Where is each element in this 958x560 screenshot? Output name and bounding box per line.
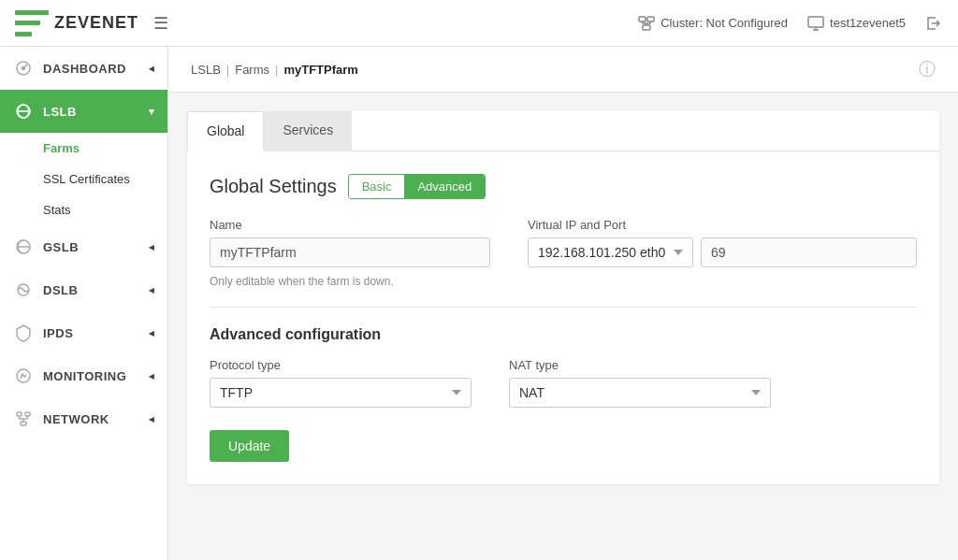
sidebar-sub-lslb: Farms SSL Certificates Stats xyxy=(0,133,167,225)
vip-label: Virtual IP and Port xyxy=(528,218,917,232)
advanced-config-title: Advanced configuration xyxy=(210,326,917,343)
breadcrumb: LSLB | Farms | myTFTPfarm xyxy=(191,63,358,77)
cluster-label: Cluster: Not Configured xyxy=(660,16,788,30)
form-row-name-vip: Name Only editable when the farm is down… xyxy=(210,218,917,288)
user-info: test1zevenet5 xyxy=(806,14,906,33)
protocol-label: Protocol type xyxy=(210,358,472,372)
topbar: ZEVENET ☰ Cluster: Not Configured test1z… xyxy=(0,0,958,47)
advanced-row: Protocol type TFTP UDP TCP NAT type NAT xyxy=(210,358,917,408)
sidebar-item-dashboard[interactable]: DASHBOARD ◂ xyxy=(0,47,167,90)
sidebar-label-lslb: LSLB xyxy=(43,105,77,119)
breadcrumb-current: myTFTPfarm xyxy=(283,63,357,77)
sidebar-item-gslb[interactable]: GSLB ◂ xyxy=(0,225,167,268)
sidebar-sub-stats[interactable]: Stats xyxy=(0,194,167,225)
section-title-text: Global Settings xyxy=(210,176,337,197)
tabs: Global Services xyxy=(187,111,939,151)
svg-rect-20 xyxy=(21,422,26,425)
tab-services[interactable]: Services xyxy=(264,111,352,151)
mode-tab-advanced[interactable]: Advanced xyxy=(404,175,485,198)
sidebar-item-network[interactable]: NETWORK ◂ xyxy=(0,397,167,440)
cluster-status: Cluster: Not Configured xyxy=(637,14,788,33)
chevron-gslb: ◂ xyxy=(149,241,155,253)
vip-row: 192.168.101.250 eth0 192.168.101.251 eth… xyxy=(528,237,917,267)
chevron-monitoring: ◂ xyxy=(149,370,155,382)
user-label: test1zevenet5 xyxy=(830,16,906,30)
dashboard-icon xyxy=(13,58,34,79)
dslb-icon xyxy=(13,280,34,300)
sidebar-label-dslb: DSLB xyxy=(43,283,78,297)
vip-select[interactable]: 192.168.101.250 eth0 192.168.101.251 eth… xyxy=(528,237,693,267)
lslb-icon xyxy=(13,101,34,122)
info-icon[interactable]: ⓘ xyxy=(919,58,936,80)
name-group: Name Only editable when the farm is down… xyxy=(210,218,490,288)
topbar-left: ZEVENET ☰ xyxy=(15,10,168,36)
logo: ZEVENET xyxy=(15,10,138,36)
protocol-group: Protocol type TFTP UDP TCP xyxy=(210,358,472,408)
logo-text: ZEVENET xyxy=(54,13,138,33)
svg-rect-7 xyxy=(808,17,823,27)
sidebar-label-network: NETWORK xyxy=(43,412,109,426)
breadcrumb-sep-2: | xyxy=(275,63,278,77)
sidebar: DASHBOARD ◂ LSLB ▾ Farms SSL Certificate… xyxy=(0,47,168,560)
chevron-dashboard: ◂ xyxy=(149,63,155,75)
sidebar-item-lslb[interactable]: LSLB ▾ xyxy=(0,90,167,133)
tab-global[interactable]: Global xyxy=(187,111,264,151)
sidebar-item-ipds[interactable]: IPDS ◂ xyxy=(0,311,167,354)
protocol-select[interactable]: TFTP UDP TCP xyxy=(210,378,472,408)
svg-rect-2 xyxy=(643,25,650,30)
sidebar-label-gslb: GSLB xyxy=(43,240,79,254)
chevron-network: ◂ xyxy=(149,413,155,425)
network-icon xyxy=(13,409,34,429)
vip-group: Virtual IP and Port 192.168.101.250 eth0… xyxy=(528,218,917,288)
sidebar-item-dslb[interactable]: DSLB ◂ xyxy=(0,268,167,311)
nat-select[interactable]: NAT DNAT xyxy=(509,378,771,408)
cluster-icon xyxy=(637,14,656,33)
logo-bar-3 xyxy=(15,32,32,36)
breadcrumb-bar: LSLB | Farms | myTFTPfarm ⓘ xyxy=(168,47,958,93)
svg-point-11 xyxy=(22,67,25,70)
breadcrumb-farms[interactable]: Farms xyxy=(235,63,269,77)
name-label: Name xyxy=(210,218,490,232)
section-divider xyxy=(210,307,917,308)
chevron-dslb: ◂ xyxy=(149,284,155,296)
chevron-lslb: ▾ xyxy=(149,106,155,118)
mode-tab-basic[interactable]: Basic xyxy=(349,175,405,198)
ipds-icon xyxy=(13,323,34,343)
sidebar-item-monitoring[interactable]: MONITORING ◂ xyxy=(0,354,167,397)
svg-rect-0 xyxy=(639,17,646,22)
hamburger-button[interactable]: ☰ xyxy=(153,13,168,34)
name-input[interactable] xyxy=(210,237,490,267)
chevron-ipds: ◂ xyxy=(149,327,155,339)
main-card: Global Services Global Settings Basic Ad… xyxy=(187,111,939,484)
sidebar-label-ipds: IPDS xyxy=(43,326,73,340)
nat-group: NAT type NAT DNAT xyxy=(509,358,771,408)
topbar-right: Cluster: Not Configured test1zevenet5 xyxy=(637,14,943,33)
mode-tabs: Basic Advanced xyxy=(348,174,486,199)
sidebar-sub-ssl[interactable]: SSL Certificates xyxy=(0,164,167,194)
logout-icon[interactable] xyxy=(924,14,943,33)
global-settings-section: Global Settings Basic Advanced Name Only… xyxy=(187,151,939,484)
breadcrumb-lslb[interactable]: LSLB xyxy=(191,63,221,77)
update-button[interactable]: Update xyxy=(210,430,289,462)
main-layout: DASHBOARD ◂ LSLB ▾ Farms SSL Certificate… xyxy=(0,47,958,560)
name-hint: Only editable when the farm is down. xyxy=(210,275,490,288)
port-input[interactable] xyxy=(701,237,917,267)
gslb-icon xyxy=(13,237,34,257)
monitoring-icon xyxy=(13,366,34,386)
svg-rect-19 xyxy=(25,412,30,416)
logo-bar-1 xyxy=(15,10,49,15)
sidebar-label-dashboard: DASHBOARD xyxy=(43,62,126,76)
content-inner: LSLB | Farms | myTFTPfarm ⓘ Global Servi… xyxy=(168,47,958,484)
section-title: Global Settings Basic Advanced xyxy=(210,174,917,199)
svg-rect-1 xyxy=(647,17,654,22)
sidebar-label-monitoring: MONITORING xyxy=(43,369,126,383)
logo-bar-2 xyxy=(15,21,40,25)
content-area: LSLB | Farms | myTFTPfarm ⓘ Global Servi… xyxy=(168,47,958,560)
breadcrumb-sep-1: | xyxy=(226,63,229,77)
sidebar-sub-farms[interactable]: Farms xyxy=(0,133,167,164)
logo-icon xyxy=(15,10,49,36)
nat-label: NAT type xyxy=(509,358,771,372)
monitor-icon xyxy=(806,14,825,33)
svg-rect-18 xyxy=(17,412,22,416)
